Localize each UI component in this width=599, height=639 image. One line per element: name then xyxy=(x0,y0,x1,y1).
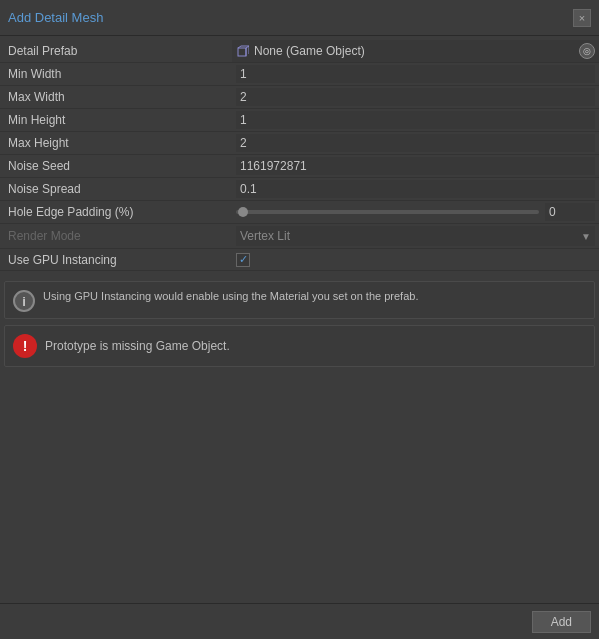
use-gpu-instancing-value: ✓ xyxy=(232,251,599,269)
dialog-title: Add Detail Mesh xyxy=(8,10,103,25)
render-mode-select-wrapper[interactable]: Vertex Lit Shader Default Unlit ▼ xyxy=(236,226,595,246)
form-area: Detail Prefab None (Game Object) ◎ Min W… xyxy=(0,36,599,275)
min-height-value xyxy=(232,109,599,131)
min-height-row: Min Height xyxy=(0,109,599,132)
error-text: Prototype is missing Game Object. xyxy=(45,339,230,353)
noise-spread-input[interactable] xyxy=(236,180,595,198)
noise-seed-row: Noise Seed xyxy=(0,155,599,178)
max-width-label: Max Width xyxy=(0,87,232,107)
slider-thumb[interactable] xyxy=(238,207,248,217)
noise-spread-value xyxy=(232,178,599,200)
checkbox-checkmark: ✓ xyxy=(239,254,248,265)
max-height-row: Max Height xyxy=(0,132,599,155)
close-button[interactable]: × xyxy=(573,9,591,27)
add-button[interactable]: Add xyxy=(532,611,591,633)
noise-seed-input[interactable] xyxy=(236,157,595,175)
info-box: i Using GPU Instancing would enable usin… xyxy=(4,281,595,319)
min-height-input[interactable] xyxy=(236,111,595,129)
svg-rect-0 xyxy=(238,48,246,56)
error-box: ! Prototype is missing Game Object. xyxy=(4,325,595,367)
noise-seed-value xyxy=(232,155,599,177)
min-width-input[interactable] xyxy=(236,65,595,83)
prefab-name-text: None (Game Object) xyxy=(254,44,579,58)
min-width-label: Min Width xyxy=(0,64,232,84)
max-width-input[interactable] xyxy=(236,88,595,106)
noise-spread-label: Noise Spread xyxy=(0,179,232,199)
render-mode-row: Render Mode Vertex Lit Shader Default Un… xyxy=(0,224,599,249)
detail-prefab-value[interactable]: None (Game Object) ◎ xyxy=(232,40,599,62)
info-text: Using GPU Instancing would enable using … xyxy=(43,288,418,305)
gpu-instancing-checkbox[interactable]: ✓ xyxy=(236,253,250,267)
max-height-label: Max Height xyxy=(0,133,232,153)
max-height-value xyxy=(232,132,599,154)
noise-seed-label: Noise Seed xyxy=(0,156,232,176)
slider-value-input[interactable] xyxy=(545,203,595,221)
cube-icon xyxy=(236,44,250,58)
min-width-row: Min Width xyxy=(0,63,599,86)
dialog-header: Add Detail Mesh × xyxy=(0,0,599,36)
max-width-value xyxy=(232,86,599,108)
render-mode-value: Vertex Lit Shader Default Unlit ▼ xyxy=(232,224,599,248)
hole-edge-padding-row: Hole Edge Padding (%) xyxy=(0,201,599,224)
hole-edge-padding-value xyxy=(232,201,599,223)
info-icon: i xyxy=(13,290,35,312)
hole-edge-padding-label: Hole Edge Padding (%) xyxy=(0,202,232,222)
min-height-label: Min Height xyxy=(0,110,232,130)
render-mode-label: Render Mode xyxy=(0,226,232,246)
prefab-pick-button[interactable]: ◎ xyxy=(579,43,595,59)
noise-spread-row: Noise Spread xyxy=(0,178,599,201)
render-mode-select[interactable]: Vertex Lit Shader Default Unlit xyxy=(236,226,595,246)
min-width-value xyxy=(232,63,599,85)
error-icon: ! xyxy=(13,334,37,358)
use-gpu-instancing-row: Use GPU Instancing ✓ xyxy=(0,249,599,271)
use-gpu-instancing-label: Use GPU Instancing xyxy=(0,250,232,270)
detail-prefab-row: Detail Prefab None (Game Object) ◎ xyxy=(0,40,599,63)
max-height-input[interactable] xyxy=(236,134,595,152)
dialog-footer: Add xyxy=(0,603,599,639)
detail-prefab-label: Detail Prefab xyxy=(0,41,232,61)
slider-track[interactable] xyxy=(236,210,539,214)
max-width-row: Max Width xyxy=(0,86,599,109)
